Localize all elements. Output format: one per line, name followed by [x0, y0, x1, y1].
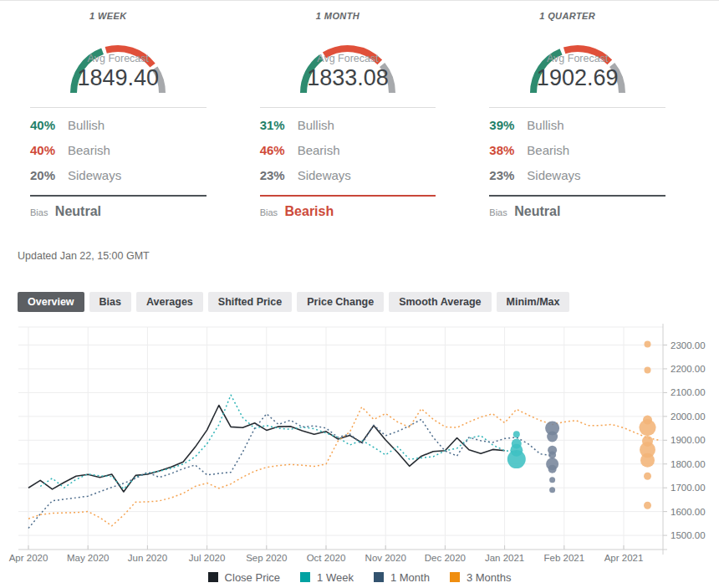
- forecast-bubble-1-month: [549, 487, 555, 493]
- forecast-card-1-quarter: 1 QUARTER Avg Forecast 1902.69 39%Bullis…: [474, 6, 704, 219]
- bearish-label: Bearish: [527, 143, 569, 157]
- divider: [260, 107, 436, 108]
- bearish-label: Bearish: [68, 143, 110, 157]
- avg-forecast-label: Avg Forecast: [55, 53, 181, 64]
- bias-divider: [30, 195, 207, 197]
- series-line-3-months: [28, 407, 660, 526]
- divider: [30, 107, 207, 108]
- legend-swatch: [208, 572, 218, 582]
- y-tick-label: 2000.00: [671, 412, 706, 422]
- sideways-pct: 23%: [489, 168, 519, 182]
- card-period-title: 1 MONTH: [250, 11, 426, 21]
- gauge-center: Avg Forecast 1849.40: [55, 53, 181, 91]
- card-period-title: 1 QUARTER: [479, 11, 655, 21]
- sideways-stat: 23%Sideways: [260, 168, 436, 183]
- bias-divider: [489, 195, 665, 197]
- x-tick-label: May 2020: [67, 553, 110, 563]
- gauge: Avg Forecast 1833.08: [285, 28, 410, 96]
- forecast-bubble-1-month: [549, 477, 555, 483]
- x-tick-label: Apr 2021: [604, 553, 644, 563]
- forecast-poll-widget: 1 WEEK Avg Forecast 1849.40 40%Bullish 4…: [0, 0, 719, 588]
- y-tick-label: 1700.00: [671, 483, 706, 493]
- sideways-stat: 23%Sideways: [489, 168, 665, 183]
- avg-forecast-label: Avg Forecast: [285, 53, 410, 64]
- gauge-center: Avg Forecast 1833.08: [285, 53, 410, 91]
- forecast-bubble-3-months: [644, 502, 651, 509]
- forecast-bubble-1-month: [548, 451, 556, 458]
- gauge: Avg Forecast 1849.40: [55, 28, 181, 96]
- legend-item-3-months: 3 Months: [450, 571, 511, 584]
- tab-shifted-price[interactable]: Shifted Price: [208, 292, 292, 312]
- bearish-pct: 40%: [30, 143, 60, 157]
- tab-price-change[interactable]: Price Change: [297, 292, 384, 312]
- bias-value: Neutral: [514, 204, 560, 218]
- bias-row: Bias Neutral: [489, 204, 665, 219]
- card-period-title: 1 WEEK: [20, 11, 196, 21]
- legend-item-1-week: 1 Week: [300, 571, 354, 584]
- x-tick-label: Jan 2021: [485, 553, 524, 563]
- forecast-bubble-3-months: [640, 453, 655, 468]
- legend-label: 1 Week: [317, 571, 354, 584]
- legend-label: 1 Month: [390, 571, 430, 584]
- sideways-label: Sideways: [527, 168, 580, 182]
- y-tick-label: 2300.00: [671, 340, 706, 350]
- legend-swatch: [450, 572, 460, 582]
- bullish-pct: 31%: [260, 118, 290, 132]
- y-tick-label: 2200.00: [671, 364, 706, 374]
- sideways-label: Sideways: [298, 168, 351, 182]
- legend-swatch: [374, 572, 384, 582]
- bullish-label: Bullish: [527, 118, 563, 132]
- bias-value: Bearish: [285, 204, 334, 218]
- sideways-stat: 20%Sideways: [30, 168, 207, 183]
- sideways-pct: 23%: [260, 168, 290, 182]
- forecast-bubble-3-months: [645, 366, 651, 373]
- x-tick-label: Dec 2020: [425, 553, 466, 563]
- tab-bias[interactable]: Bias: [89, 292, 131, 312]
- bearish-label: Bearish: [298, 143, 340, 157]
- legend-swatch: [300, 572, 310, 582]
- x-tick-label: Feb 2021: [543, 553, 584, 563]
- avg-forecast-value: 1902.69: [515, 65, 640, 91]
- avg-forecast-label: Avg Forecast: [515, 53, 640, 64]
- avg-forecast-value: 1849.40: [55, 65, 181, 91]
- forecast-bubble-1-month: [547, 432, 558, 442]
- series-line-1-month: [28, 414, 553, 529]
- tab-overview[interactable]: Overview: [18, 292, 84, 312]
- x-tick-label: Oct 2020: [307, 553, 346, 563]
- chart-legend: Close Price1 Week1 Month3 Months: [0, 568, 719, 586]
- chart-area: Apr 2020May 2020Jun 2020Jul 2020Sep 2020…: [0, 324, 719, 586]
- tab-smooth-average[interactable]: Smooth Average: [389, 292, 491, 312]
- bearish-pct: 46%: [260, 143, 290, 157]
- y-tick-label: 1600.00: [671, 507, 706, 517]
- bullish-stat: 39%Bullish: [489, 118, 665, 133]
- bias-label: Bias: [30, 207, 48, 217]
- tab-minim-max[interactable]: Minim/Max: [497, 292, 570, 312]
- bullish-stat: 40%Bullish: [30, 118, 207, 133]
- bearish-stat: 40%Bearish: [30, 143, 207, 158]
- y-tick-label: 1500.00: [671, 530, 706, 540]
- bias-row: Bias Bearish: [260, 204, 436, 219]
- bullish-stat: 31%Bullish: [260, 118, 436, 133]
- legend-item-close-price: Close Price: [208, 571, 280, 584]
- bullish-pct: 39%: [489, 118, 519, 132]
- forecast-bubble-3-months: [645, 341, 651, 348]
- bullish-pct: 40%: [30, 118, 60, 132]
- x-tick-label: Jul 2020: [189, 553, 225, 563]
- x-tick-label: Apr 2020: [9, 553, 48, 563]
- y-tick-label: 1900.00: [671, 435, 706, 445]
- gauge-center: Avg Forecast 1902.69: [515, 53, 640, 91]
- x-tick-label: Sep 2020: [246, 553, 287, 563]
- y-tick-label: 2100.00: [671, 387, 706, 397]
- price-forecast-chart: Apr 2020May 2020Jun 2020Jul 2020Sep 2020…: [0, 324, 719, 568]
- gauge: Avg Forecast 1902.69: [515, 28, 640, 96]
- x-tick-label: Nov 2020: [365, 553, 406, 563]
- bullish-label: Bullish: [68, 118, 105, 132]
- forecast-bubble-1-month: [548, 465, 557, 473]
- forecast-card-1-week: 1 WEEK Avg Forecast 1849.40 40%Bullish 4…: [15, 6, 245, 219]
- chart-tabs: Overview Bias Averages Shifted Price Pri…: [18, 292, 719, 312]
- tab-averages[interactable]: Averages: [136, 292, 203, 312]
- forecast-bubble-1-week: [507, 450, 526, 468]
- sideways-label: Sideways: [68, 168, 121, 182]
- divider: [489, 107, 665, 108]
- avg-forecast-value: 1833.08: [285, 65, 410, 91]
